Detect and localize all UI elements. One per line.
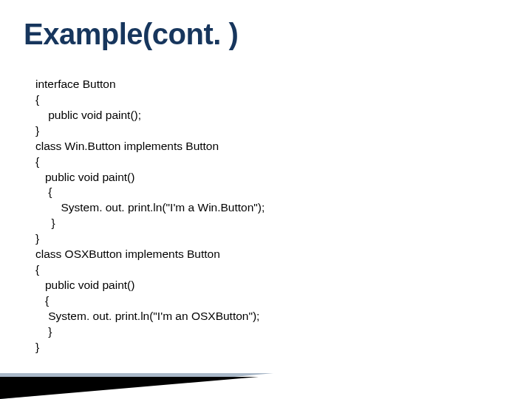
code-line: public void paint() [35,279,134,291]
slide-title: Example(cont. ) [24,18,238,51]
code-line: System. out. print.ln("I'm a Win.Button"… [35,201,265,214]
code-line: } [35,216,55,229]
code-block: interface Button { public void paint(); … [35,77,265,355]
code-line: class Win.Button implements Button [35,140,219,152]
code-line: public void paint(); [35,109,141,121]
code-line: } [35,232,39,245]
slide: Example(cont. ) interface Button { publi… [0,0,532,399]
code-line: { [35,294,49,307]
svg-marker-0 [0,373,273,399]
code-line: { [35,93,39,106]
code-line: System. out. print.ln("I'm an OSXButton"… [35,310,259,322]
code-line: } [35,341,39,353]
code-line: } [35,124,39,137]
code-line: public void paint() [35,171,134,183]
code-line: interface Button [35,78,116,90]
code-line: { [35,263,39,276]
svg-marker-1 [0,377,259,399]
code-line: } [35,325,52,338]
code-line: { [35,155,39,168]
code-line: class OSXButton implements Button [35,248,220,260]
code-line: { [35,185,52,198]
